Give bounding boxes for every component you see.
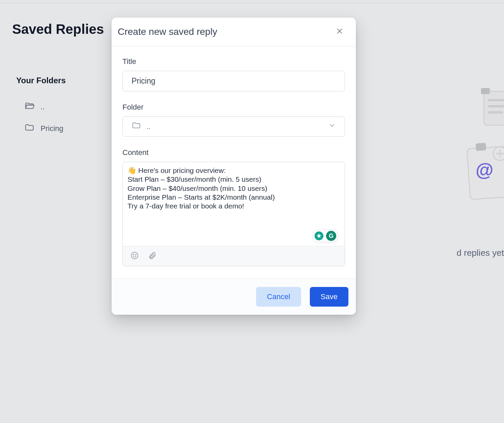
- title-group: Title: [122, 57, 345, 91]
- svg-rect-1: [481, 88, 490, 94]
- assistant-star-icon: [315, 231, 323, 240]
- svg-point-13: [131, 252, 138, 259]
- modal-title: Create new saved reply: [118, 26, 217, 37]
- empty-state-illustration: @: [457, 88, 504, 201]
- folder-label: Folder: [122, 103, 345, 112]
- modal-footer: Cancel Save: [112, 279, 356, 315]
- svg-point-14: [133, 254, 134, 255]
- writing-assistant-badge[interactable]: G: [312, 229, 339, 243]
- chevron-down-icon: [328, 122, 336, 131]
- smiley-icon: [130, 251, 139, 261]
- folders-heading: Your Folders: [16, 76, 66, 85]
- svg-rect-0: [484, 91, 504, 125]
- content-editor[interactable]: 👋 Here's our pricing overview: Start Pla…: [123, 162, 345, 246]
- save-button[interactable]: Save: [310, 287, 348, 307]
- close-icon: [336, 27, 343, 36]
- modal-body: Title Folder ..: [112, 46, 356, 279]
- folder-list: .. Pricing: [23, 96, 65, 139]
- svg-point-15: [135, 254, 136, 255]
- content-group: Content 👋 Here's our pricing overview: S…: [122, 148, 345, 266]
- title-label: Title: [122, 57, 345, 66]
- title-input[interactable]: [122, 71, 345, 91]
- close-button[interactable]: [333, 25, 346, 39]
- folder-open-icon: [24, 101, 35, 113]
- svg-rect-6: [476, 143, 486, 151]
- folder-item-label: Pricing: [41, 124, 63, 133]
- grammarly-icon: G: [326, 231, 336, 241]
- page-title: Saved Replies: [12, 22, 104, 37]
- emoji-button[interactable]: [130, 251, 139, 261]
- create-saved-reply-modal: Create new saved reply Title Folder: [112, 18, 356, 315]
- modal-header: Create new saved reply: [112, 18, 356, 46]
- folder-item-label: ..: [41, 103, 45, 111]
- folder-item-pricing[interactable]: Pricing: [23, 118, 65, 139]
- content-box: 👋 Here's our pricing overview: Start Pla…: [122, 162, 345, 266]
- folder-select-value: ..: [146, 122, 151, 131]
- attach-button[interactable]: [148, 251, 157, 261]
- svg-text:@: @: [476, 159, 494, 180]
- folder-group: Folder ..: [122, 103, 345, 137]
- folder-icon: [132, 121, 141, 132]
- top-divider: [0, 3, 504, 3]
- paperclip-icon: [148, 251, 157, 261]
- editor-toolbar: [123, 246, 345, 266]
- content-label: Content: [122, 148, 345, 157]
- folder-item-parent[interactable]: ..: [23, 96, 65, 118]
- cancel-button[interactable]: Cancel: [256, 287, 301, 307]
- folder-icon: [24, 123, 35, 135]
- empty-state-text: d replies yet: [457, 248, 504, 258]
- folder-select[interactable]: ..: [122, 116, 345, 137]
